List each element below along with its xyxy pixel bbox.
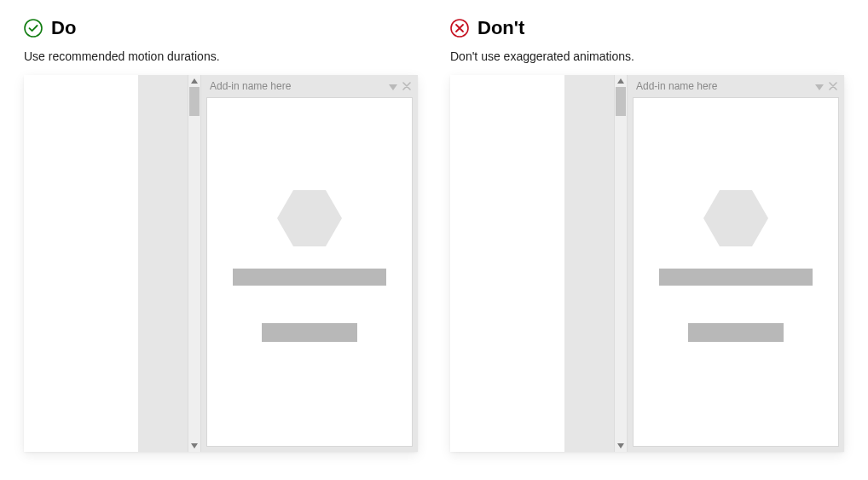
check-circle-icon bbox=[24, 19, 43, 38]
task-pane: Add-in name here bbox=[201, 75, 418, 452]
hexagon-icon bbox=[277, 190, 342, 246]
document-area bbox=[24, 75, 138, 452]
scroll-down-icon[interactable] bbox=[615, 440, 627, 452]
placeholder-bar-narrow bbox=[688, 323, 784, 342]
chevron-down-icon[interactable] bbox=[389, 78, 397, 94]
svg-point-0 bbox=[25, 20, 42, 37]
scrollbar-track[interactable] bbox=[615, 87, 627, 440]
pane-header: Add-in name here bbox=[201, 75, 418, 97]
do-title: Do bbox=[51, 17, 76, 39]
dont-header: Don't bbox=[450, 17, 844, 39]
scroll-down-icon[interactable] bbox=[188, 440, 200, 452]
placeholder-bar-wide bbox=[659, 269, 813, 286]
document-area bbox=[450, 75, 564, 452]
pane-header: Add-in name here bbox=[628, 75, 844, 97]
pane-content bbox=[633, 97, 839, 447]
dont-mockup: Add-in name here bbox=[450, 75, 844, 452]
placeholder-bar-wide bbox=[233, 269, 386, 286]
dont-title: Don't bbox=[477, 17, 524, 39]
do-column: Do Use recommended motion durations. Add… bbox=[24, 17, 418, 452]
do-header: Do bbox=[24, 17, 418, 39]
pane-title: Add-in name here bbox=[636, 80, 717, 92]
chevron-down-icon[interactable] bbox=[815, 78, 824, 94]
dont-column: Don't Don't use exaggerated animations. … bbox=[450, 17, 844, 452]
scroll-up-icon[interactable] bbox=[615, 75, 627, 87]
close-icon[interactable] bbox=[829, 78, 837, 94]
do-mockup: Add-in name here bbox=[24, 75, 418, 452]
do-subtitle: Use recommended motion durations. bbox=[24, 49, 418, 63]
placeholder-bar-narrow bbox=[262, 323, 357, 342]
hexagon-icon bbox=[703, 190, 768, 246]
close-icon[interactable] bbox=[402, 78, 411, 94]
scrollbar-track[interactable] bbox=[188, 87, 200, 440]
scrollbar-thumb[interactable] bbox=[616, 87, 626, 116]
scrollbar[interactable] bbox=[188, 75, 201, 452]
svg-marker-1 bbox=[277, 190, 342, 246]
scrollbar[interactable] bbox=[614, 75, 628, 452]
scrollbar-thumb[interactable] bbox=[189, 87, 200, 116]
pane-title: Add-in name here bbox=[210, 80, 291, 92]
x-circle-icon bbox=[450, 19, 469, 38]
svg-marker-3 bbox=[703, 190, 768, 246]
dont-subtitle: Don't use exaggerated animations. bbox=[450, 49, 844, 63]
task-pane: Add-in name here bbox=[628, 75, 844, 452]
scroll-up-icon[interactable] bbox=[188, 75, 200, 87]
pane-content bbox=[206, 97, 413, 447]
